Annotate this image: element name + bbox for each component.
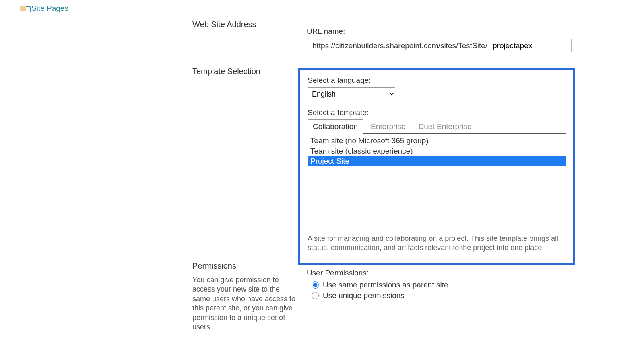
page-icon [26, 6, 31, 12]
template-list[interactable]: Team site (no Microsoft 365 group) Team … [308, 133, 566, 230]
tab-collaboration[interactable]: Collaboration [308, 119, 363, 134]
radio-same-permissions-input[interactable] [312, 281, 319, 289]
template-option-project-site[interactable]: Project Site [308, 156, 566, 166]
permissions-heading: Permissions [192, 261, 236, 271]
template-label: Select a template: [308, 108, 566, 117]
tab-label: Enterprise [371, 122, 406, 131]
url-name-label: URL name: [307, 27, 572, 36]
template-option[interactable]: Team site (classic experience) [308, 146, 566, 156]
radio-unique-permissions[interactable]: Use unique permissions [307, 291, 448, 300]
language-label: Select a language: [308, 76, 566, 85]
radio-label: Use same permissions as parent site [323, 281, 448, 290]
url-prefix: https://citizenbuilders.sharepoint.com/s… [307, 41, 487, 50]
url-block: URL name: https://citizenbuilders.sharep… [307, 27, 572, 52]
language-select[interactable]: English [308, 87, 395, 101]
permissions-block: User Permissions: Use same permissions a… [307, 269, 448, 302]
site-pages-link[interactable]: Site Pages [20, 4, 68, 13]
template-description: A site for managing and collaborating on… [308, 234, 566, 253]
permissions-help: You can give permission to access your n… [192, 275, 297, 332]
site-pages-text: Site Pages [31, 4, 68, 13]
url-name-input[interactable] [489, 39, 572, 52]
radio-same-permissions[interactable]: Use same permissions as parent site [307, 281, 448, 290]
tab-enterprise[interactable]: Enterprise [365, 119, 411, 134]
template-tabs: Collaboration Enterprise Duet Enterprise [308, 119, 566, 134]
website-address-heading: Web Site Address [192, 20, 256, 29]
template-selection-box: Select a language: English Select a temp… [298, 68, 575, 265]
radio-label: Use unique permissions [323, 291, 405, 300]
user-permissions-label: User Permissions: [307, 269, 448, 277]
tab-duet-enterprise[interactable]: Duet Enterprise [413, 119, 477, 134]
template-option-label: Team site (no Microsoft 365 group) [310, 136, 429, 145]
template-option-label: Project Site [310, 157, 349, 165]
template-option-label: Team site (classic experience) [310, 147, 413, 155]
radio-unique-permissions-input[interactable] [312, 292, 319, 299]
url-row: https://citizenbuilders.sharepoint.com/s… [307, 39, 572, 52]
tab-label: Duet Enterprise [419, 122, 472, 131]
template-selection-heading: Template Selection [192, 67, 260, 76]
tab-label: Collaboration [313, 122, 358, 131]
template-option[interactable]: Team site (no Microsoft 365 group) [308, 136, 566, 146]
